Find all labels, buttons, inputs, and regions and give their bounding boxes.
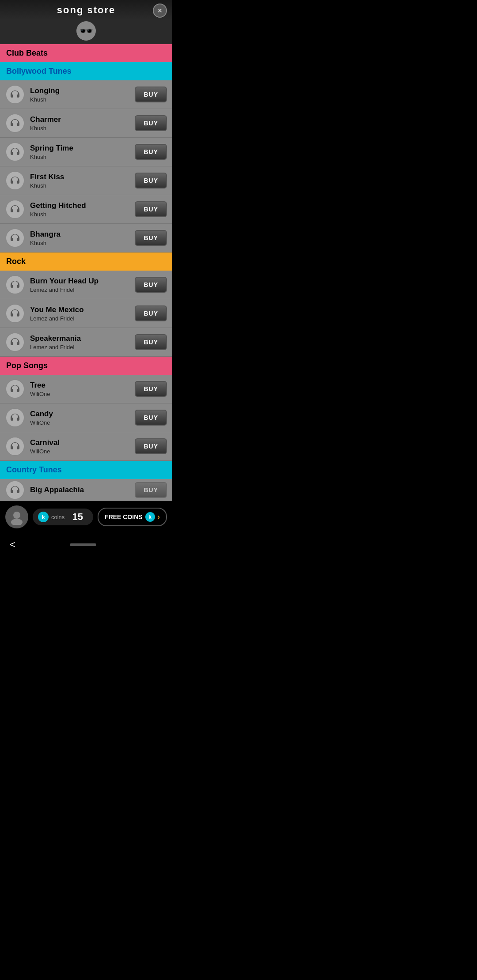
- store-title: song store: [7, 4, 165, 16]
- song-icon-charmer: [5, 113, 25, 133]
- buy-button-spring-time[interactable]: BUY: [135, 144, 167, 160]
- song-info-longing: Longing Khush: [30, 87, 135, 103]
- song-artist-getting-hitched: Khush: [30, 211, 135, 218]
- buy-button-bhangra[interactable]: BUY: [135, 230, 167, 246]
- song-icon-tree: [5, 379, 25, 399]
- song-icon-candy: [5, 408, 25, 427]
- svg-point-1: [11, 519, 23, 525]
- song-row-big-appalachia: Big Appalachia BUY: [0, 479, 172, 501]
- buy-button-first-kiss[interactable]: BUY: [135, 173, 167, 188]
- chevron-right-icon: ›: [158, 513, 160, 521]
- coins-label: coins: [51, 514, 64, 520]
- song-info-speakermania: Speakermania Lemez and Fridel: [30, 334, 135, 351]
- song-icon-bhangra: [5, 228, 25, 248]
- nav-bar: <: [0, 533, 172, 557]
- section-header-country-tunes: Country Tunes: [0, 461, 172, 479]
- back-button[interactable]: <: [4, 537, 21, 552]
- song-name-tree: Tree: [30, 381, 135, 390]
- song-name-speakermania: Speakermania: [30, 334, 135, 343]
- song-name-longing: Longing: [30, 87, 135, 95]
- bottom-bar: k coins 15 FREE COINS k ›: [0, 501, 172, 533]
- free-coins-label: FREE COINS: [105, 513, 143, 520]
- song-icon-you-me-mexico: [5, 304, 25, 323]
- song-icon-first-kiss: [5, 171, 25, 190]
- song-info-spring-time: Spring Time Khush: [30, 144, 135, 160]
- song-icon-carnival: [5, 437, 25, 456]
- song-row-bhangra: Bhangra Khush BUY: [0, 224, 172, 253]
- song-row-longing: Longing Khush BUY: [0, 80, 172, 109]
- buy-button-getting-hitched[interactable]: BUY: [135, 201, 167, 217]
- free-coins-k-icon: k: [145, 512, 155, 522]
- song-artist-candy: WiliOne: [30, 419, 135, 426]
- k-coin-icon: k: [38, 512, 49, 522]
- song-info-burn-your-head-up: Burn Your Head Up Lemez and Fridel: [30, 277, 135, 293]
- free-coins-button[interactable]: FREE COINS k ›: [98, 508, 167, 526]
- song-icon-spring-time: [5, 142, 25, 162]
- song-row-spring-time: Spring Time Khush BUY: [0, 138, 172, 166]
- coins-value: 15: [67, 511, 88, 523]
- song-info-bhangra: Bhangra Khush: [30, 230, 135, 246]
- song-info-you-me-mexico: You Me Mexico Lemez and Fridel: [30, 305, 135, 322]
- section-header-club-beats: Club Beats: [0, 44, 172, 62]
- song-name-getting-hitched: Getting Hitched: [30, 201, 135, 210]
- buy-button-longing[interactable]: BUY: [135, 87, 167, 102]
- coins-area: k coins 15: [33, 509, 93, 525]
- song-info-first-kiss: First Kiss Khush: [30, 173, 135, 189]
- song-artist-carnival: WiliOne: [30, 448, 135, 455]
- buy-button-speakermania[interactable]: BUY: [135, 334, 167, 350]
- song-icon-getting-hitched: [5, 200, 25, 219]
- section-header-pop-songs: Pop Songs: [0, 357, 172, 375]
- song-artist-bhangra: Khush: [30, 240, 135, 246]
- buy-button-big-appalachia[interactable]: BUY: [135, 482, 167, 498]
- buy-button-burn-your-head-up[interactable]: BUY: [135, 277, 167, 293]
- song-info-candy: Candy WiliOne: [30, 410, 135, 426]
- song-name-spring-time: Spring Time: [30, 144, 135, 153]
- song-name-bhangra: Bhangra: [30, 230, 135, 239]
- song-name-burn-your-head-up: Burn Your Head Up: [30, 277, 135, 286]
- buy-button-charmer[interactable]: BUY: [135, 115, 167, 131]
- song-icon-burn-your-head-up: [5, 275, 25, 294]
- song-row-speakermania: Speakermania Lemez and Fridel BUY: [0, 328, 172, 357]
- song-name-carnival: Carnival: [30, 438, 135, 447]
- svg-point-0: [13, 512, 20, 519]
- buy-button-tree[interactable]: BUY: [135, 381, 167, 397]
- song-name-candy: Candy: [30, 410, 135, 418]
- buy-button-candy[interactable]: BUY: [135, 410, 167, 426]
- header: song store ×: [0, 0, 172, 19]
- song-icon-speakermania: [5, 332, 25, 352]
- rock-song-list: Burn Your Head Up Lemez and Fridel BUY Y…: [0, 271, 172, 357]
- buy-button-you-me-mexico[interactable]: BUY: [135, 305, 167, 321]
- song-row-burn-your-head-up: Burn Your Head Up Lemez and Fridel BUY: [0, 271, 172, 299]
- song-row-charmer: Charmer Khush BUY: [0, 109, 172, 138]
- song-row-you-me-mexico: You Me Mexico Lemez and Fridel BUY: [0, 299, 172, 328]
- buy-button-carnival[interactable]: BUY: [135, 438, 167, 454]
- user-avatar: [5, 505, 28, 528]
- song-info-getting-hitched: Getting Hitched Khush: [30, 201, 135, 218]
- header-avatar-area: 🕶️: [0, 19, 172, 44]
- song-artist-you-me-mexico: Lemez and Fridel: [30, 315, 135, 322]
- song-icon-longing: [5, 85, 25, 104]
- song-row-carnival: Carnival WiliOne BUY: [0, 432, 172, 461]
- song-row-getting-hitched: Getting Hitched Khush BUY: [0, 195, 172, 224]
- pop-song-list: Tree WiliOne BUY Candy WiliOne BUY Carni…: [0, 375, 172, 461]
- close-button[interactable]: ×: [153, 4, 167, 18]
- nav-indicator: [70, 543, 96, 546]
- song-artist-burn-your-head-up: Lemez and Fridel: [30, 286, 135, 293]
- song-icon-big-appalachia: [5, 480, 25, 500]
- song-artist-spring-time: Khush: [30, 154, 135, 160]
- song-artist-first-kiss: Khush: [30, 182, 135, 189]
- song-name-charmer: Charmer: [30, 115, 135, 124]
- song-info-charmer: Charmer Khush: [30, 115, 135, 132]
- song-info-big-appalachia: Big Appalachia: [30, 486, 135, 494]
- song-artist-tree: WiliOne: [30, 391, 135, 397]
- song-name-first-kiss: First Kiss: [30, 173, 135, 181]
- song-name-you-me-mexico: You Me Mexico: [30, 305, 135, 314]
- section-header-bollywood-tunes: Bollywood Tunes: [0, 62, 172, 80]
- store-avatar: 🕶️: [76, 21, 96, 41]
- song-artist-speakermania: Lemez and Fridel: [30, 344, 135, 351]
- song-row-tree: Tree WiliOne BUY: [0, 375, 172, 403]
- bollywood-song-list: Longing Khush BUY Charmer Khush BUY Spri…: [0, 80, 172, 253]
- song-artist-longing: Khush: [30, 96, 135, 103]
- song-info-carnival: Carnival WiliOne: [30, 438, 135, 455]
- song-artist-charmer: Khush: [30, 125, 135, 132]
